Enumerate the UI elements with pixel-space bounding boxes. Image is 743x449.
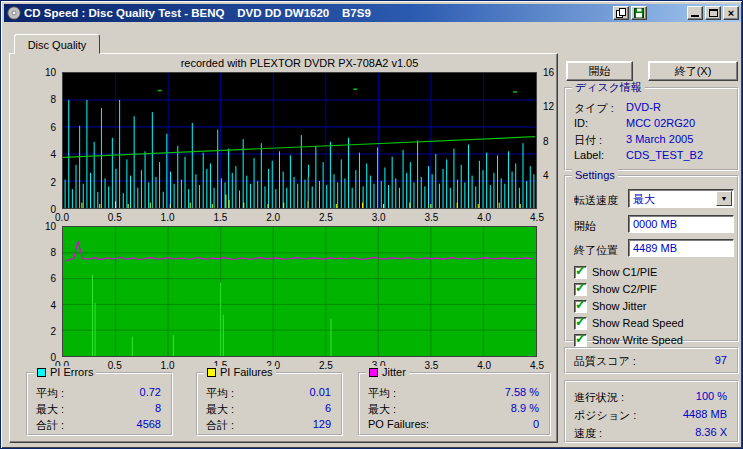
axis-tick-label: 6 xyxy=(50,121,56,132)
stat-row: 最大 :8 xyxy=(28,402,171,416)
legend-label: PI Errors xyxy=(50,366,93,378)
titlebar[interactable]: CD Speed : Disc Quality Test - BENQ DVD … xyxy=(4,4,741,22)
end-position-field[interactable]: 4489 MB xyxy=(628,239,734,257)
checkbox-label: Show Write Speed xyxy=(592,334,683,346)
axis-tick-label: 2 xyxy=(50,176,56,187)
show-write-speed-checkbox[interactable]: ✓Show Write Speed xyxy=(574,333,683,347)
stat-value: 4568 xyxy=(137,418,161,430)
checkbox-label: Show C2/PIF xyxy=(592,283,657,295)
app-window: CD Speed : Disc Quality Test - BENQ DVD … xyxy=(0,0,743,449)
show-c1-pie-checkbox[interactable]: ✓Show C1/PIE xyxy=(574,265,657,279)
bottom-chart-x-axis: 0.00.51.01.52.02.53.03.54.04.5 xyxy=(62,360,537,372)
recorded-with-note: recorded with PLEXTOR DVDR PX-708A2 v1.0… xyxy=(62,57,537,69)
axis-tick-label: 8 xyxy=(50,247,56,258)
bottom-chart-y-axis-left: 1086420 xyxy=(36,226,58,357)
axis-tick-label: 3.5 xyxy=(424,360,438,371)
axis-tick-label: 2.5 xyxy=(319,212,333,223)
axis-tick-label: 4 xyxy=(543,169,549,180)
stat-row: 最大 :8.9 % xyxy=(360,402,549,416)
axis-tick-label: 4 xyxy=(50,149,56,160)
checkbox-label: Show Jitter xyxy=(592,300,646,312)
stat-row: 合計 :129 xyxy=(198,418,341,432)
axis-tick-label: 4.0 xyxy=(477,360,491,371)
disc-info-row: 日付 :3 March 2005 xyxy=(566,133,737,147)
field-value: DVD-R xyxy=(626,101,661,113)
start-button[interactable]: 開始 xyxy=(566,61,633,81)
axis-tick-label: 2.0 xyxy=(266,212,280,223)
axis-tick-label: 4.0 xyxy=(477,212,491,223)
stat-row: 平均 :7.58 % xyxy=(360,386,549,400)
chevron-down-icon[interactable]: ▼ xyxy=(716,191,732,206)
pi-errors-chart xyxy=(62,72,537,209)
stat-value: 0.72 xyxy=(140,386,161,398)
checkbox-icon[interactable]: ✓ xyxy=(574,283,587,296)
axis-tick-label: 12 xyxy=(543,101,554,112)
stat-label: PO Failures: xyxy=(368,418,429,430)
axis-tick-label: 10 xyxy=(45,221,56,232)
checkbox-icon[interactable]: ✓ xyxy=(574,317,587,330)
export-button[interactable] xyxy=(613,6,629,20)
transfer-speed-select[interactable]: 最大 ▼ xyxy=(628,189,734,208)
settings-title: Settings xyxy=(572,169,618,181)
progress-row: 進行状況 :100 % xyxy=(566,390,737,404)
speed-value: 8.36 X xyxy=(695,426,727,438)
stat-row: 平均 :0.72 xyxy=(28,386,171,400)
disc-info-group: ディスク情報 タイプ :DVD-R ID:MCC 02RG20 日付 :3 Ma… xyxy=(564,87,739,171)
axis-tick-label: 3.5 xyxy=(424,212,438,223)
axis-tick-label: 4.5 xyxy=(530,360,544,371)
titlebar-buttons: × xyxy=(611,6,739,20)
axis-tick-label: 10 xyxy=(45,67,56,78)
pi-failures-legend: PI Failures 平均 :0.01 最大 :6 合計 :129 xyxy=(196,372,343,436)
show-jitter-checkbox[interactable]: ✓Show Jitter xyxy=(574,299,646,313)
disc-info-row: タイプ :DVD-R xyxy=(566,101,737,115)
field-label: 日付 : xyxy=(574,133,602,148)
progress-value: 100 % xyxy=(696,390,727,402)
position-row: ポジション :4488 MB xyxy=(566,408,737,422)
disc-info-title: ディスク情報 xyxy=(572,81,645,93)
quality-score-value: 97 xyxy=(715,354,727,366)
stat-value: 6 xyxy=(325,402,331,414)
stat-label: 合計 : xyxy=(36,418,64,433)
field-value: CDS_TEST_B2 xyxy=(626,149,703,161)
save-button[interactable] xyxy=(631,6,647,20)
start-position-field[interactable]: 0000 MB xyxy=(628,215,734,233)
window-title: CD Speed : Disc Quality Test - BENQ DVD … xyxy=(24,7,611,19)
legend-label: Jitter xyxy=(382,366,406,378)
checkbox-icon[interactable]: ✓ xyxy=(574,266,587,279)
show-c2-pif-checkbox[interactable]: ✓Show C2/PIF xyxy=(574,282,657,296)
disc-info-row: Label:CDS_TEST_B2 xyxy=(566,149,737,163)
settings-group: Settings 転送速度 最大 ▼ 開始 0000 MB 終了位置 4489 … xyxy=(564,175,739,342)
axis-tick-label: 4.5 xyxy=(530,212,544,223)
exit-button[interactable]: 終了(X) xyxy=(648,61,738,81)
pages-icon xyxy=(616,8,626,18)
stat-label: 最大 : xyxy=(36,402,64,417)
checkbox-label: Show C1/PIE xyxy=(592,266,657,278)
axis-tick-label: 0.5 xyxy=(108,212,122,223)
stat-label: 平均 : xyxy=(368,386,396,401)
stat-value: 0.01 xyxy=(310,386,331,398)
stat-value: 8.9 % xyxy=(511,402,539,414)
axis-tick-label: 1.0 xyxy=(161,360,175,371)
minimize-button[interactable] xyxy=(687,6,703,20)
maximize-button[interactable] xyxy=(705,6,721,20)
checkbox-icon[interactable]: ✓ xyxy=(574,300,587,313)
axis-tick-label: 8 xyxy=(50,94,56,105)
stat-row: 平均 :0.01 xyxy=(198,386,341,400)
titlebar-spacer xyxy=(647,13,685,14)
axis-tick-label: 16 xyxy=(543,67,554,78)
cd-app-icon xyxy=(7,6,21,20)
stat-label: 平均 : xyxy=(206,386,234,401)
close-button[interactable]: × xyxy=(723,6,739,20)
axis-tick-label: 3.0 xyxy=(372,212,386,223)
status-group: 進行状況 :100 % ポジション :4488 MB 速度 :8.36 X xyxy=(564,380,739,443)
disc-info-row: ID:MCC 02RG20 xyxy=(566,117,737,131)
checkbox-icon[interactable]: ✓ xyxy=(574,334,587,347)
check-mark-icon: ✓ xyxy=(575,264,586,277)
tab-disc-quality[interactable]: Disc Quality xyxy=(14,34,100,54)
axis-tick-label: 8 xyxy=(543,135,549,146)
jitter-chart xyxy=(62,226,537,357)
field-label: 開始 xyxy=(574,219,596,234)
speed-row: 速度 :8.36 X xyxy=(566,426,737,440)
pi-errors-legend-title: PI Errors xyxy=(34,366,96,378)
show-read-speed-checkbox[interactable]: ✓Show Read Speed xyxy=(574,316,684,330)
